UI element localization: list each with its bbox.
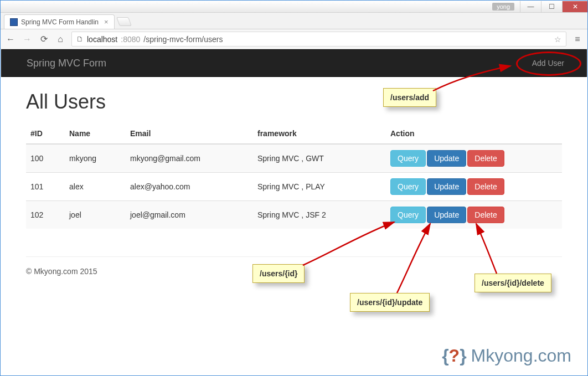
window-frame: yong — ☐ ✕ Spring MVC Form Handlin × ← →… — [0, 0, 588, 376]
reload-button[interactable]: ⟳ — [38, 34, 49, 44]
cell-framework: Spring MVC , GWT — [253, 144, 386, 173]
cell-framework: Spring MVC , JSF 2 — [253, 201, 386, 229]
favicon-icon — [10, 18, 18, 26]
browser-toolbar: ← → ⟳ ⌂ 🗋 localhost:8080/spring-mvc-form… — [1, 29, 587, 49]
cell-action: QueryUpdateDelete — [386, 201, 562, 229]
maximize-button[interactable]: ☐ — [541, 1, 562, 12]
table-header-row: #ID Name Email framework Action — [26, 123, 562, 144]
page-title: All Users — [26, 90, 562, 114]
query-button[interactable]: Query — [390, 150, 426, 167]
footer: © Mkyong.com 2015 — [1, 262, 587, 280]
url-path: /spring-mvc-form/users — [143, 35, 223, 44]
th-name: Name — [65, 123, 126, 144]
new-tab-button[interactable] — [116, 17, 132, 26]
url-port: :8080 — [121, 35, 140, 44]
bookmark-star-icon[interactable]: ☆ — [554, 35, 561, 44]
cell-email: joel@gmail.com — [126, 201, 253, 229]
tab-title: Spring MVC Form Handlin — [21, 18, 99, 26]
update-button[interactable]: Update — [427, 178, 466, 195]
th-framework: framework — [253, 123, 386, 144]
cell-email: mkyong@gmail.com — [126, 144, 253, 173]
cell-name: alex — [65, 173, 126, 201]
table-row: 101alexalex@yahoo.comSpring MVC , PLAYQu… — [26, 173, 562, 201]
th-email: Email — [126, 123, 253, 144]
users-table: #ID Name Email framework Action 100mkyon… — [26, 123, 562, 229]
minimize-button[interactable]: — — [520, 1, 541, 12]
user-badge: yong — [492, 3, 514, 11]
cell-name: mkyong — [65, 144, 126, 173]
home-button[interactable]: ⌂ — [55, 34, 66, 44]
cell-id: 102 — [26, 201, 65, 229]
chrome-menu-icon[interactable]: ≡ — [572, 34, 583, 44]
th-id: #ID — [26, 123, 65, 144]
cell-id: 101 — [26, 173, 65, 201]
query-button[interactable]: Query — [390, 207, 426, 223]
delete-button[interactable]: Delete — [467, 207, 504, 223]
footer-divider — [26, 256, 562, 257]
add-user-link[interactable]: Add User — [532, 59, 578, 68]
copyright-text: © Mkyong.com 2015 — [26, 267, 97, 276]
update-button[interactable]: Update — [427, 207, 466, 223]
window-close-button[interactable]: ✕ — [562, 1, 587, 12]
os-titlebar: yong — ☐ ✕ — [1, 1, 587, 13]
query-button[interactable]: Query — [390, 178, 426, 195]
table-row: 102joeljoel@gmail.comSpring MVC , JSF 2Q… — [26, 201, 562, 229]
cell-action: QueryUpdateDelete — [386, 173, 562, 201]
main-container: All Users #ID Name Email framework Actio… — [1, 77, 587, 240]
mkyong-watermark: {?} Mkyong.com — [442, 346, 571, 366]
browser-tab[interactable]: Spring MVC Form Handlin × — [4, 14, 115, 29]
cell-action: QueryUpdateDelete — [386, 144, 562, 173]
th-action: Action — [386, 123, 562, 144]
url-host: localhost — [87, 35, 117, 44]
cell-email: alex@yahoo.com — [126, 173, 253, 201]
address-bar[interactable]: 🗋 localhost:8080/spring-mvc-form/users ☆ — [71, 32, 566, 47]
tab-close-icon[interactable]: × — [104, 18, 109, 26]
page-viewport: Spring MVC Form Add User All Users #ID N… — [1, 49, 587, 375]
update-button[interactable]: Update — [427, 150, 466, 167]
browser-tabstrip: Spring MVC Form Handlin × — [1, 13, 587, 29]
cell-id: 100 — [26, 144, 65, 173]
page-icon: 🗋 — [76, 35, 84, 43]
cell-name: joel — [65, 201, 126, 229]
back-button[interactable]: ← — [5, 34, 16, 44]
annotation-callout-update: /users/{id}/update — [350, 293, 430, 312]
app-navbar: Spring MVC Form Add User — [1, 49, 587, 77]
table-row: 100mkyongmkyong@gmail.comSpring MVC , GW… — [26, 144, 562, 173]
delete-button[interactable]: Delete — [467, 150, 504, 167]
cell-framework: Spring MVC , PLAY — [253, 173, 386, 201]
forward-button[interactable]: → — [22, 34, 33, 44]
delete-button[interactable]: Delete — [467, 178, 504, 195]
navbar-brand[interactable]: Spring MVC Form — [10, 58, 106, 69]
